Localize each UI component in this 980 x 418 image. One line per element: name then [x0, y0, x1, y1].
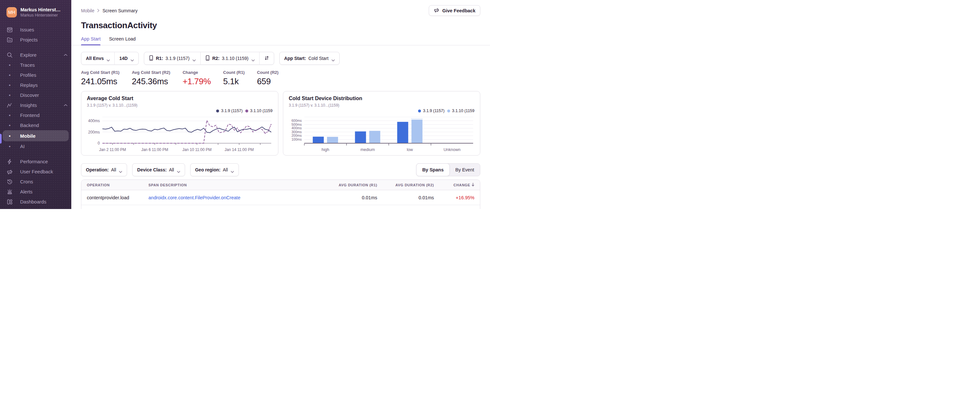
cell-operation: contentprovider.load: [87, 195, 148, 200]
legend-item-r2: 3.1.10 (1159: [447, 108, 474, 113]
swap-releases-button[interactable]: [259, 52, 274, 65]
sidebar-item-label: Profiles: [20, 72, 36, 78]
sidebar-item-issues[interactable]: Issues: [0, 25, 71, 35]
stat-label: Avg Cold Start (R1): [81, 70, 119, 75]
swap-arrows-icon: [264, 55, 269, 62]
sidebar-item-profiles[interactable]: • Profiles: [0, 70, 71, 80]
avg-cold-start-chart-card: Average Cold Start 3.1.9 (1157) v. 3.1.1…: [81, 91, 278, 156]
operation-filter-group: Operation: All: [81, 163, 127, 176]
chart-title: Cold Start Device Distribution: [289, 95, 474, 102]
stat-count-r2: Count (R2) 659: [257, 70, 278, 86]
chevron-down-icon: [192, 57, 196, 60]
app-start-type-value: Cold Start: [308, 56, 328, 61]
col-operation[interactable]: OPERATION: [87, 183, 148, 187]
org-switcher[interactable]: MH Markus Hinterst… Markus Hintersteiner: [0, 0, 71, 17]
cell-change: +16.95%: [434, 195, 474, 200]
legend-dot: [418, 110, 421, 113]
cell-avg-duration-r1: 0.01ms: [312, 195, 377, 200]
date-range-filter[interactable]: 14D: [115, 52, 138, 65]
device-class-prefix: Device Class:: [137, 167, 167, 172]
avatar: MH: [6, 7, 17, 17]
environment-filter-label: All Envs: [86, 56, 104, 61]
breadcrumb-parent[interactable]: Mobile: [81, 8, 94, 13]
sidebar-item-releases[interactable]: Releases: [0, 207, 71, 209]
breadcrumb: Mobile Screen Summary: [81, 8, 137, 13]
release2-filter[interactable]: R2: 3.1.10 (1159): [200, 52, 259, 65]
sidebar: MH Markus Hinterst… Markus Hintersteiner…: [0, 0, 71, 209]
sidebar-item-traces[interactable]: • Traces: [0, 60, 71, 70]
sidebar-item-alerts[interactable]: Alerts: [0, 187, 71, 197]
svg-text:400ms: 400ms: [291, 126, 302, 130]
stat-change: Change +1.79%: [183, 70, 211, 86]
col-change[interactable]: CHANGE: [434, 183, 474, 187]
operation-filter[interactable]: Operation: All: [81, 164, 127, 176]
chart-legend: 3.1.9 (1157) 3.1.10 (1159: [87, 108, 272, 113]
sidebar-item-performance[interactable]: Performance: [0, 156, 71, 167]
table-row-partial: [81, 205, 480, 209]
col-span-description[interactable]: SPAN DESCRIPTION: [148, 183, 312, 187]
sidebar-item-dashboards[interactable]: Dashboards: [0, 197, 71, 207]
bullet-icon: •: [6, 133, 13, 139]
tab-app-start[interactable]: App Start: [81, 36, 100, 45]
inbox-icon: [6, 27, 13, 33]
device-class-value: All: [169, 167, 174, 172]
device-class-filter-group: Device Class: All: [132, 163, 185, 176]
tab-screen-load[interactable]: Screen Load: [109, 36, 135, 45]
sidebar-item-explore[interactable]: Explore: [0, 50, 71, 60]
environment-filter[interactable]: All Envs: [81, 52, 115, 65]
sidebar-item-insights[interactable]: Insights: [0, 100, 71, 110]
svg-text:high: high: [321, 148, 329, 152]
geo-region-filter[interactable]: Geo region: All: [191, 164, 239, 176]
legend-item-r1: 3.1.9 (1157): [216, 108, 242, 113]
sidebar-item-frontend[interactable]: • Frontend: [0, 110, 71, 120]
release2-value: 3.1.10 (1159): [222, 56, 248, 61]
legend-label: 3.1.10 (1159: [250, 108, 272, 113]
stat-value: 659: [257, 76, 278, 86]
sidebar-item-discover[interactable]: • Discover: [0, 90, 71, 100]
active-nav-indicator: [0, 134, 2, 143]
give-feedback-button[interactable]: Give Feedback: [429, 5, 480, 16]
bullet-icon: •: [6, 122, 13, 128]
megaphone-icon: [6, 168, 13, 175]
stat-label: Change: [183, 70, 211, 75]
sidebar-item-crons[interactable]: Crons: [0, 176, 71, 187]
svg-text:400ms: 400ms: [88, 119, 100, 123]
chart-title: Average Cold Start: [87, 95, 272, 102]
sidebar-item-label: Traces: [20, 62, 35, 68]
sidebar-item-label: Projects: [20, 37, 38, 43]
by-event-toggle[interactable]: By Event: [450, 164, 480, 176]
sidebar-item-ai[interactable]: • AI: [0, 141, 71, 151]
chevron-up-icon: [64, 104, 67, 106]
device-class-filter[interactable]: Device Class: All: [132, 164, 185, 176]
svg-text:600ms: 600ms: [291, 119, 302, 122]
stat-avg-cold-start-r1: Avg Cold Start (R1) 241.05ms: [81, 70, 119, 86]
app-start-type-filter[interactable]: App Start: Cold Start: [280, 52, 339, 65]
release1-filter[interactable]: R1: 3.1.9 (1157): [144, 52, 200, 65]
stat-value: 245.36ms: [132, 76, 170, 86]
sort-desc-arrow-icon: [471, 183, 474, 187]
col-change-label: CHANGE: [453, 183, 470, 187]
cell-span-description-link[interactable]: androidx.core.content.FileProvider.onCre…: [148, 195, 312, 200]
sidebar-item-label: Performance: [20, 159, 48, 164]
sidebar-item-label: Alerts: [20, 189, 32, 194]
col-avg-duration-r2[interactable]: AVG DURATION (R2): [377, 183, 434, 187]
sidebar-item-projects[interactable]: Projects: [0, 35, 71, 45]
sidebar-item-user-feedback[interactable]: User Feedback: [0, 167, 71, 176]
line-chart[interactable]: 400ms200ms0Jan 2 11:00 PMJan 6 11:00 PMJ…: [87, 114, 273, 154]
sidebar-item-replays[interactable]: • Replays: [0, 80, 71, 90]
stat-label: Count (R2): [257, 70, 278, 75]
bar-chart[interactable]: 600ms500ms400ms300ms200ms100mshighmedium…: [289, 114, 475, 154]
user-name: Markus Hinterst…: [21, 7, 60, 12]
col-avg-duration-r1[interactable]: AVG DURATION (R1): [312, 183, 377, 187]
sidebar-item-mobile[interactable]: • Mobile: [3, 130, 69, 141]
release1-value: 3.1.9 (1157): [165, 56, 189, 61]
svg-text:500ms: 500ms: [291, 122, 302, 126]
by-spans-toggle[interactable]: By Spans: [416, 163, 450, 176]
view-toggle: By Spans By Event: [416, 163, 480, 176]
tab-bar: App Start Screen Load: [71, 30, 490, 45]
sidebar-item-label: Explore: [20, 52, 37, 58]
span-filter-bar: Operation: All Device Class: All: [81, 163, 480, 176]
breadcrumb-current: Screen Summary: [102, 8, 137, 13]
legend-item-r2: 3.1.10 (1159: [245, 108, 272, 113]
sidebar-item-backend[interactable]: • Backend: [0, 120, 71, 130]
